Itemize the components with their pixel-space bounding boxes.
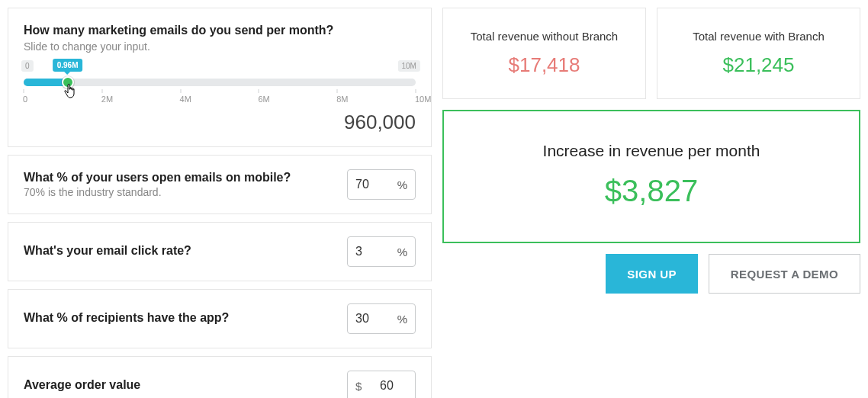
slider-value-bubble: 0.96M — [53, 59, 83, 72]
slider-tick-label: 10M — [415, 95, 416, 104]
request-demo-button[interactable]: REQUEST A DEMO — [709, 254, 860, 294]
click-rate-input-group: % — [347, 236, 416, 267]
click-rate-card: What's your email click rate? % — [8, 222, 432, 281]
slider-tick-label: 6M — [258, 95, 259, 104]
percent-unit: % — [397, 246, 407, 258]
aov-card: Average order value $ — [8, 356, 432, 398]
mobile-open-input-group: % — [347, 169, 416, 200]
sign-up-button[interactable]: SIGN UP — [606, 254, 697, 294]
aov-input-group: $ — [347, 371, 416, 398]
slider-tick-label: 0 — [23, 95, 24, 104]
mobile-open-subtitle: 70% is the industry standard. — [24, 186, 291, 198]
increase-value: $3,827 — [452, 174, 851, 208]
revenue-with-card: Total revenue with Branch $21,245 — [657, 8, 860, 99]
slider-ticks: 02M4M6M8M10M — [24, 89, 416, 106]
slider-tick-label: 4M — [180, 95, 181, 104]
have-app-card: What % of recipients have the app? % — [8, 289, 432, 348]
slider-max-label: 10M — [397, 60, 420, 72]
emails-slider-card: How many marketing emails do you send pe… — [8, 8, 432, 147]
have-app-title: What % of recipients have the app? — [24, 311, 229, 325]
percent-unit: % — [397, 178, 407, 191]
have-app-input-group: % — [347, 303, 416, 334]
slider[interactable]: 0 10M 0.96M 02M4M6M8M10M — [24, 79, 416, 106]
aov-input[interactable] — [380, 379, 407, 393]
slider-value-display: 960,000 — [24, 111, 416, 134]
slider-subtitle: Slide to change your input. — [24, 40, 416, 53]
mobile-open-title: What % of your users open emails on mobi… — [24, 171, 291, 185]
increase-title: Increase in revenue per month — [452, 142, 851, 160]
revenue-with-title: Total revenue with Branch — [665, 30, 852, 43]
revenue-without-card: Total revenue without Branch $17,418 — [442, 8, 646, 99]
slider-track[interactable] — [24, 79, 416, 86]
click-rate-title: What's your email click rate? — [24, 244, 191, 258]
mobile-open-input[interactable] — [355, 178, 383, 191]
mobile-open-card: What % of your users open emails on mobi… — [8, 155, 432, 214]
have-app-input[interactable] — [355, 312, 383, 326]
aov-title: Average order value — [24, 378, 140, 392]
increase-card: Increase in revenue per month $3,827 — [442, 110, 860, 243]
slider-title: How many marketing emails do you send pe… — [24, 24, 416, 37]
dollar-unit: $ — [355, 380, 362, 393]
revenue-without-value: $17,418 — [451, 53, 638, 77]
revenue-with-value: $21,245 — [665, 53, 852, 77]
percent-unit: % — [397, 313, 407, 326]
slider-tick-label: 2M — [101, 95, 102, 104]
revenue-without-title: Total revenue without Branch — [451, 30, 638, 43]
click-rate-input[interactable] — [355, 245, 383, 258]
slider-tick-label: 8M — [336, 95, 337, 104]
slider-min-label: 0 — [21, 60, 34, 72]
